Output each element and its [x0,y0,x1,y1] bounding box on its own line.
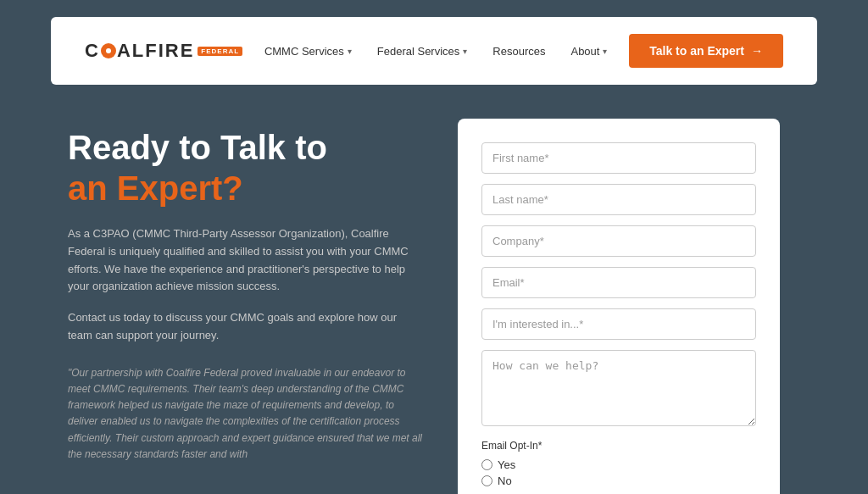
chevron-down-icon: ▾ [348,47,352,56]
site-header: C ALFIRE FEDERAL CMMC Services ▾ Federal… [0,17,868,85]
logo-text-2: ALFIRE [117,40,194,62]
logo-icon [101,43,116,58]
nav-cmmc-label: CMMC Services [264,45,344,58]
interest-input[interactable] [481,308,756,340]
last-name-input[interactable] [481,184,756,215]
radio-no-option[interactable]: No [481,475,756,487]
headline-line1: Ready to Talk to [68,129,327,166]
talk-to-expert-button[interactable]: Talk to an Expert → [629,34,783,68]
radio-no-input[interactable] [481,475,492,486]
contact-form-panel: Email Opt-In* Yes No Coalfire Federal ne… [458,119,780,494]
company-group [481,225,756,257]
arrow-icon: → [751,44,763,58]
nav-resources[interactable]: Resources [492,45,545,58]
opt-in-label: Email Opt-In* [481,440,756,452]
radio-yes-option[interactable]: Yes [481,458,756,471]
help-group [481,350,756,430]
left-column: Ready to Talk to an Expert? As a C3PAO (… [68,119,424,494]
page-headline: Ready to Talk to an Expert? [68,127,424,208]
last-name-group [481,184,756,215]
testimonial-text: "Our partnership with Coalfire Federal p… [68,365,424,463]
logo: C ALFIRE FEDERAL [85,40,242,62]
headline-line2: an Expert? [68,169,243,207]
nav-about[interactable]: About ▾ [570,45,607,58]
chevron-down-icon: ▾ [603,47,607,56]
company-input[interactable] [481,225,756,257]
email-group [481,267,756,298]
logo-federal-badge: FEDERAL [198,47,242,56]
radio-yes-label: Yes [498,458,515,471]
main-nav: CMMC Services ▾ Federal Services ▾ Resou… [264,45,608,58]
nav-about-label: About [570,45,599,58]
radio-no-label: No [498,475,512,487]
radio-group: Yes No [481,458,756,487]
help-textarea[interactable] [481,350,756,426]
email-input[interactable] [481,267,756,298]
cta-label: Talk to an Expert [649,44,744,58]
email-opt-in-section: Email Opt-In* Yes No Coalfire Federal ne… [481,440,756,494]
chevron-down-icon: ▾ [463,47,467,56]
nav-federal-services[interactable]: Federal Services ▾ [377,45,468,58]
radio-yes-input[interactable] [481,459,492,470]
main-content: Ready to Talk to an Expert? As a C3PAO (… [0,102,868,494]
first-name-group [481,142,756,174]
logo-text: C [85,40,100,62]
first-name-input[interactable] [481,142,756,174]
nav-federal-label: Federal Services [377,45,460,58]
hero-description-2: Contact us today to discuss your CMMC go… [68,309,424,345]
interest-group [481,308,756,340]
hero-description-1: As a C3PAO (CMMC Third-Party Assessor Or… [68,225,424,296]
nav-cmmc-services[interactable]: CMMC Services ▾ [264,45,352,58]
nav-resources-label: Resources [492,45,545,58]
